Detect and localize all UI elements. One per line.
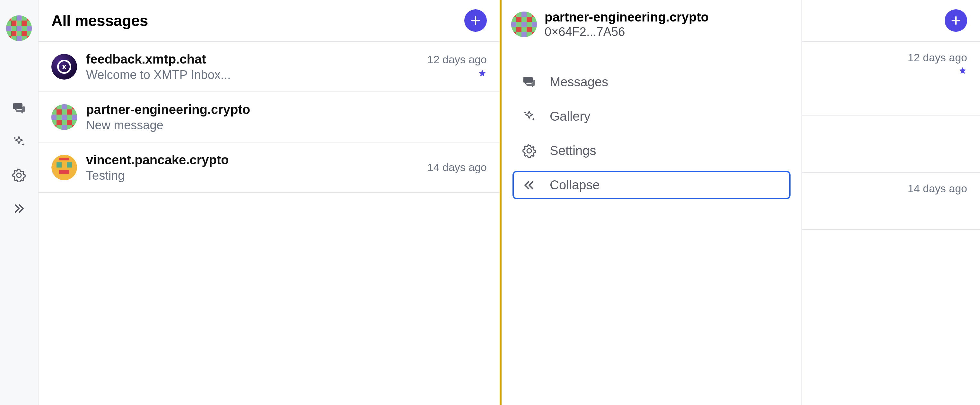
identity-block[interactable]: partner-engineering.crypto 0×64F2...7A56: [511, 10, 792, 39]
gallery-icon[interactable]: [11, 134, 27, 149]
settings-icon: [522, 144, 536, 158]
nav-label: Collapse: [550, 178, 600, 192]
list-header: [802, 0, 980, 42]
new-message-button[interactable]: [464, 9, 487, 32]
conversation-time: 12 days ago: [427, 53, 487, 66]
messages-icon: [522, 75, 536, 89]
nav-gallery[interactable]: Gallery: [512, 102, 791, 130]
nav-settings[interactable]: Settings: [512, 137, 791, 165]
sidebar-expanded: partner-engineering.crypto 0×64F2...7A56…: [501, 0, 802, 405]
conversation-name: feedback.xmtp.chat: [86, 51, 418, 67]
conversation-time: 14 days ago: [427, 161, 487, 174]
conversation-avatar: [51, 104, 77, 130]
nav-label: Settings: [550, 143, 596, 158]
conversation-preview: Testing: [86, 169, 418, 183]
new-message-button[interactable]: [945, 9, 967, 32]
nav-label: Gallery: [550, 109, 590, 124]
gallery-icon: [522, 110, 536, 124]
nav-collapse[interactable]: Collapse: [512, 171, 791, 199]
identity-address: 0×64F2...7A56: [544, 25, 709, 39]
conversation-row[interactable]: partner-engineering.crypto New message: [38, 92, 500, 143]
nav-label: Messages: [550, 75, 608, 89]
conversation-preview: New message: [86, 118, 478, 132]
star-icon: [478, 69, 487, 80]
expand-icon[interactable]: [11, 201, 27, 216]
conversation-row[interactable]: [802, 116, 980, 173]
messages-icon[interactable]: [11, 101, 27, 116]
conversation-avatar: [51, 155, 77, 180]
conversation-name: vincent.pancake.crypto: [86, 152, 418, 168]
plus-icon: [470, 15, 481, 26]
sidebar-rail-collapsed: [0, 0, 38, 405]
identity-name: partner-engineering.crypto: [544, 10, 709, 24]
conversation-time: 14 days ago: [908, 182, 967, 195]
user-avatar[interactable]: [6, 16, 32, 41]
collapse-icon: [522, 178, 536, 192]
conversation-row[interactable]: x feedback.xmtp.chat Welcome to XMTP Inb…: [38, 42, 500, 92]
conversation-row[interactable]: vincent.pancake.crypto Testing 14 days a…: [38, 143, 500, 193]
conversation-row[interactable]: 12 days ago: [802, 42, 980, 116]
nav-messages[interactable]: Messages: [512, 68, 791, 96]
plus-icon: [950, 15, 961, 26]
conversation-name: partner-engineering.crypto: [86, 102, 478, 117]
conversation-avatar: x: [51, 54, 77, 79]
conversation-time: 12 days ago: [908, 51, 967, 64]
conversation-row[interactable]: 14 days ago: [802, 173, 980, 230]
star-icon: [958, 67, 967, 78]
settings-icon[interactable]: [11, 168, 27, 183]
conversation-preview: Welcome to XMTP Inbox...: [86, 68, 418, 82]
page-title: All messages: [51, 12, 148, 30]
user-avatar: [511, 11, 537, 37]
list-header: All messages: [38, 0, 500, 42]
